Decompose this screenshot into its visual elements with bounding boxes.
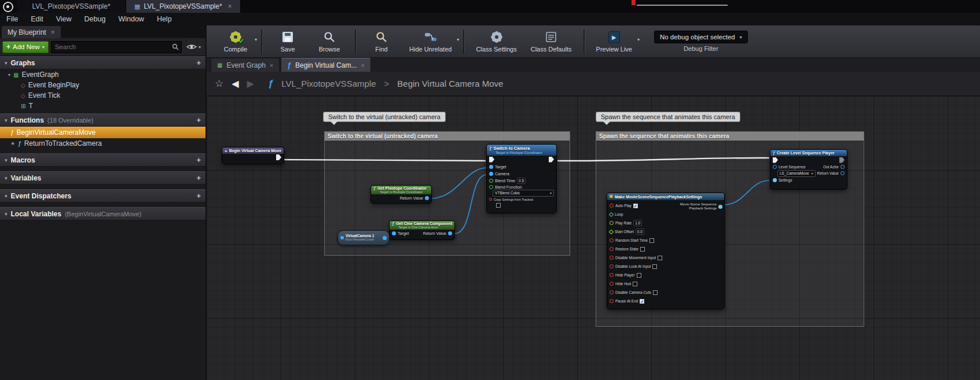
disable-camera-cuts-checkbox[interactable] bbox=[653, 290, 658, 295]
section-header-functions[interactable]: ▾ Functions (18 Overridable) + bbox=[0, 113, 205, 127]
unreal-logo-icon[interactable] bbox=[3, 2, 13, 12]
add-graph-icon[interactable]: + bbox=[196, 58, 201, 67]
auto-play-pin[interactable] bbox=[610, 204, 614, 208]
find-button[interactable]: Find bbox=[361, 29, 402, 54]
add-new-button[interactable]: + Add New ▾ bbox=[2, 41, 49, 53]
return-value-pin[interactable] bbox=[448, 231, 452, 235]
collapse-arrow-icon[interactable]: ▾ bbox=[5, 117, 8, 123]
breadcrumb-root[interactable]: LVL_PixotopeVSSample bbox=[281, 79, 376, 88]
collapse-arrow-icon[interactable]: ▾ bbox=[5, 157, 8, 163]
settings-pin[interactable] bbox=[773, 178, 777, 182]
close-icon[interactable]: × bbox=[51, 28, 55, 36]
node-make-playback-settings[interactable]: ⊞Make MovieSceneSequencePlaybackSettings… bbox=[607, 193, 725, 309]
collapse-arrow-icon[interactable]: ▾ bbox=[5, 211, 8, 217]
add-variable-icon[interactable]: + bbox=[196, 174, 201, 182]
settings-out-pin[interactable] bbox=[718, 205, 722, 209]
collapse-arrow-icon[interactable]: ▾ bbox=[8, 72, 10, 78]
comment-title[interactable]: Switch to the virtual (untracked) camera bbox=[325, 132, 570, 141]
tree-item-event-beginplay[interactable]: ◇ Event BeginPlay bbox=[0, 80, 205, 90]
section-header-event-dispatchers[interactable]: ▾ Event Dispatchers + bbox=[0, 189, 205, 202]
level-sequence-pin[interactable] bbox=[773, 165, 777, 169]
window-tab-level-2[interactable]: ▦ LVL_PixotopeVSSample* × bbox=[126, 0, 241, 13]
start-offset-pin[interactable] bbox=[609, 229, 614, 234]
close-icon[interactable]: × bbox=[361, 62, 364, 69]
section-header-local-variables[interactable]: ▾ Local Variables (BeginVirtualCameraMov… bbox=[0, 207, 205, 220]
tree-item-eventgraph[interactable]: ▾ ▦ EventGraph bbox=[0, 69, 205, 80]
blend-function-dropdown[interactable]: VTBlend Cubic▾ bbox=[493, 190, 554, 197]
add-dispatcher-icon[interactable]: + bbox=[196, 191, 201, 200]
play-rate-pin[interactable] bbox=[610, 221, 614, 225]
disable-movement-input-checkbox[interactable] bbox=[658, 256, 662, 260]
blend-time-value[interactable]: 0.5 bbox=[517, 178, 526, 184]
auto-play-checkbox[interactable]: ✓ bbox=[633, 204, 638, 208]
section-header-graphs[interactable]: ▾ Graphs + bbox=[0, 56, 205, 69]
copy-settings-pin[interactable] bbox=[489, 198, 492, 201]
hide-player-pin[interactable] bbox=[610, 273, 614, 277]
window-tab-level-1[interactable]: LVL_PixotopeVSSample* bbox=[17, 0, 126, 13]
pause-at-end-checkbox[interactable]: ✓ bbox=[640, 299, 644, 304]
blend-time-pin[interactable] bbox=[489, 179, 493, 183]
tree-item-returntotrackedcamera[interactable]: ★ ƒ ReturnToTrackedCamera bbox=[0, 138, 205, 149]
node-create-level-sequence-player[interactable]: ƒCreate Level Sequence Player Level Sequ… bbox=[770, 149, 847, 190]
collapse-arrow-icon[interactable]: ▾ bbox=[5, 175, 8, 181]
exec-out-pin[interactable] bbox=[276, 154, 281, 160]
loop-pin[interactable] bbox=[609, 212, 614, 216]
hide-hud-checkbox[interactable] bbox=[633, 282, 637, 286]
back-arrow-icon[interactable]: ◀ bbox=[232, 78, 238, 89]
exec-in-pin[interactable] bbox=[773, 157, 778, 163]
disable-look-at-input-checkbox[interactable] bbox=[652, 264, 657, 269]
tab-begin-virtual-camera-move[interactable]: ƒ Begin Virtual Cam... × bbox=[281, 58, 371, 72]
compile-button[interactable]: ✓ Compile ▾ bbox=[215, 29, 256, 54]
class-defaults-button[interactable]: Class Defaults bbox=[524, 29, 579, 54]
bookmark-star-icon[interactable]: ☆ bbox=[215, 78, 223, 90]
comment-title[interactable]: Spawn the sequence that animates this ca… bbox=[596, 132, 864, 141]
collapse-arrow-icon[interactable]: ▾ bbox=[5, 193, 8, 199]
menu-help[interactable]: Help bbox=[151, 13, 178, 25]
collapse-arrow-icon[interactable]: ▾ bbox=[5, 60, 8, 66]
chevron-down-icon[interactable]: ▾ bbox=[457, 37, 459, 42]
menu-view[interactable]: View bbox=[50, 13, 78, 25]
random-start-time-checkbox[interactable] bbox=[649, 238, 654, 243]
node-virtualcamera-variable[interactable]: VirtualCamera 1 From Persistent Level bbox=[337, 230, 390, 245]
copy-settings-checkbox[interactable] bbox=[496, 203, 501, 208]
start-offset-value[interactable]: 0.0 bbox=[636, 228, 644, 235]
debug-object-dropdown[interactable]: No debug object selected ▾ bbox=[654, 31, 748, 43]
tab-event-graph[interactable]: ▦ Event Graph × bbox=[211, 58, 280, 72]
restore-state-pin[interactable] bbox=[610, 247, 614, 251]
random-start-time-pin[interactable] bbox=[610, 238, 614, 242]
exec-out-pin[interactable] bbox=[839, 157, 845, 163]
out-actor-pin[interactable] bbox=[840, 165, 845, 169]
tree-item-t[interactable]: ⊞ T bbox=[0, 101, 205, 111]
hide-unrelated-button[interactable]: Hide Unrelated ▾ bbox=[402, 29, 458, 54]
chevron-down-icon[interactable]: ▾ bbox=[255, 37, 257, 42]
menu-debug[interactable]: Debug bbox=[78, 13, 112, 25]
close-icon[interactable]: × bbox=[228, 2, 232, 10]
search-input[interactable] bbox=[54, 43, 172, 51]
exec-out-pin[interactable] bbox=[549, 157, 554, 163]
tree-item-beginvirtualcameramove[interactable]: ƒ BeginVirtualCameraMove bbox=[0, 127, 205, 138]
menu-window[interactable]: Window bbox=[112, 13, 150, 25]
play-rate-value[interactable]: 1.0 bbox=[633, 220, 642, 226]
close-icon[interactable]: × bbox=[270, 62, 273, 69]
hide-hud-pin[interactable] bbox=[610, 282, 614, 286]
add-function-icon[interactable]: + bbox=[196, 116, 201, 124]
section-header-variables[interactable]: ▾ Variables + bbox=[0, 171, 205, 185]
add-macro-icon[interactable]: + bbox=[196, 156, 201, 164]
section-header-macros[interactable]: ▾ Macros + bbox=[0, 153, 205, 167]
view-options-button[interactable]: ▾ bbox=[184, 43, 203, 50]
forward-arrow-icon[interactable]: ▶ bbox=[247, 78, 254, 89]
camera-pin[interactable] bbox=[489, 172, 493, 176]
node-get-cine-camera-component[interactable]: ƒGet Cine Camera Component Target is Cin… bbox=[389, 220, 455, 240]
browse-button[interactable]: Browse bbox=[309, 29, 350, 54]
blend-function-pin[interactable] bbox=[489, 185, 493, 189]
hide-player-checkbox[interactable] bbox=[637, 273, 641, 278]
target-pin[interactable] bbox=[489, 165, 493, 169]
save-button[interactable]: Save bbox=[267, 29, 309, 54]
restore-state-checkbox[interactable] bbox=[640, 247, 645, 252]
exec-in-pin[interactable] bbox=[489, 157, 494, 163]
pause-at-end-pin[interactable] bbox=[610, 299, 614, 303]
disable-look-at-input-pin[interactable] bbox=[610, 264, 614, 268]
return-value-pin[interactable] bbox=[840, 171, 845, 175]
chevron-down-icon[interactable]: ▾ bbox=[637, 37, 640, 42]
node-get-pixotope-coordinator[interactable]: ƒGet Pixotope Coordinator Target is Pixo… bbox=[370, 185, 432, 204]
